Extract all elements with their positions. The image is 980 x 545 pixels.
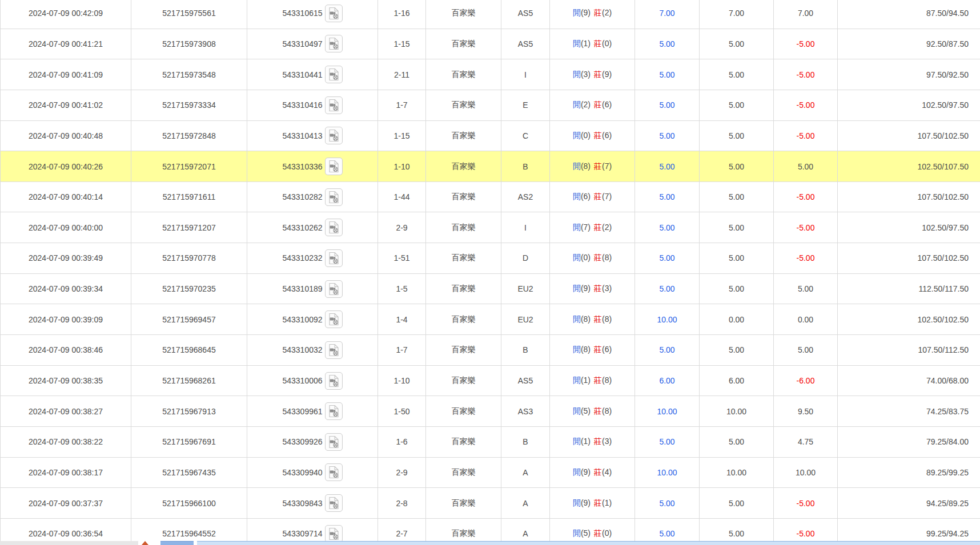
- round-id: 543310092: [282, 315, 322, 324]
- game-type-cell: 百家樂: [426, 457, 501, 488]
- player-score: (0): [581, 253, 591, 262]
- video-replay-button[interactable]: [325, 341, 343, 359]
- bet-record-row[interactable]: 2024-07-09 00:41:02 521715973334 5433104…: [1, 90, 980, 120]
- bet-record-row[interactable]: 2024-07-09 00:38:17 521715967435 5433099…: [1, 457, 980, 488]
- bet-amount-link[interactable]: 10.00: [657, 468, 677, 477]
- user-bet-id-cell: 521715968645: [131, 335, 247, 366]
- bet-amount-link[interactable]: 10.00: [657, 315, 677, 324]
- bet-record-row[interactable]: 2024-07-09 00:40:14 521715971611 5433102…: [1, 181, 980, 212]
- bet-amount-link[interactable]: 5.00: [659, 70, 674, 79]
- bet-amount-link[interactable]: 5.00: [659, 100, 674, 110]
- user-bet-id-cell: 521715972071: [131, 151, 247, 182]
- bet-amount-link[interactable]: 5.00: [659, 437, 674, 446]
- bet-amount-cell: 5.00: [635, 120, 700, 151]
- bet-amount-link[interactable]: 6.00: [659, 376, 674, 385]
- banker-score: (8): [602, 406, 612, 415]
- video-file-icon: [328, 191, 340, 204]
- bet-record-row[interactable]: 2024-07-09 00:39:09 521715969457 5433100…: [1, 304, 980, 335]
- bet-record-row[interactable]: 2024-07-09 00:41:09 521715973548 5433104…: [1, 59, 980, 90]
- bet-record-row[interactable]: 2024-07-09 00:39:49 521715970778 5433102…: [1, 243, 980, 274]
- player-score: (9): [581, 284, 591, 293]
- player-score: (9): [581, 467, 591, 477]
- scrollbar-track[interactable]: [197, 541, 980, 545]
- video-replay-button[interactable]: [325, 463, 343, 481]
- bet-amount-link[interactable]: 5.00: [659, 345, 674, 354]
- bet-time-cell: 2024-07-09 00:39:34: [1, 273, 131, 304]
- round-id: 543309714: [282, 529, 322, 538]
- video-replay-button[interactable]: [325, 127, 343, 144]
- banker-score: (0): [602, 528, 612, 538]
- player-score: (5): [581, 406, 591, 415]
- bet-amount-link[interactable]: 5.00: [659, 131, 674, 140]
- valid-bet-cell: 5.00: [700, 59, 774, 90]
- bet-amount-link[interactable]: 10.00: [657, 407, 677, 416]
- table-code-cell: I: [501, 212, 550, 243]
- bet-record-row[interactable]: 2024-07-09 00:42:09 521715975561 5433106…: [1, 0, 980, 29]
- bet-amount-link[interactable]: 7.00: [659, 9, 674, 18]
- bet-amount-link[interactable]: 5.00: [659, 253, 674, 263]
- bet-amount-link[interactable]: 5.00: [659, 39, 674, 49]
- table-round-cell: 1-5: [378, 273, 426, 304]
- valid-bet-cell: 0.00: [700, 304, 774, 335]
- bet-record-row[interactable]: 2024-07-09 00:38:22 521715967691 5433099…: [1, 426, 980, 457]
- result-cell: 閒(0)莊(6): [550, 120, 635, 151]
- video-replay-button[interactable]: [325, 66, 343, 83]
- game-type-cell: 百家樂: [426, 335, 501, 366]
- bet-record-row[interactable]: 2024-07-09 00:38:35 521715968261 5433100…: [1, 365, 980, 396]
- video-replay-button[interactable]: [325, 35, 343, 53]
- round-id: 543310615: [282, 9, 322, 18]
- bet-time-cell: 2024-07-09 00:38:22: [1, 426, 131, 457]
- video-replay-button[interactable]: [325, 5, 343, 22]
- video-file-icon: [328, 221, 340, 234]
- video-replay-button[interactable]: [325, 188, 343, 206]
- video-replay-button[interactable]: [325, 219, 343, 236]
- table-code-cell: AS3: [501, 396, 550, 427]
- video-replay-button[interactable]: [325, 96, 343, 114]
- bet-amount-link[interactable]: 5.00: [659, 162, 674, 171]
- bet-record-row[interactable]: 2024-07-09 00:39:34 521715970235 5433101…: [1, 273, 980, 304]
- video-replay-button[interactable]: [325, 372, 343, 390]
- user-bet-id-cell: 521715973334: [131, 90, 247, 120]
- table-code-cell: E: [501, 90, 550, 120]
- bet-record-row[interactable]: 2024-07-09 00:38:46 521715968645 5433100…: [1, 335, 980, 366]
- video-replay-button[interactable]: [325, 494, 343, 512]
- scrollbar-thumb[interactable]: [160, 541, 194, 545]
- round-cell: 543309843: [247, 488, 378, 519]
- bet-record-row[interactable]: 2024-07-09 00:40:48 521715972848 5433104…: [1, 120, 980, 151]
- round-cell: 543309961: [247, 396, 378, 427]
- video-replay-button[interactable]: [325, 158, 343, 175]
- video-replay-button[interactable]: [325, 402, 343, 420]
- round-id: 543309940: [282, 468, 322, 477]
- round-cell: 543310416: [247, 90, 378, 120]
- bet-record-row[interactable]: 2024-07-09 00:40:26 521715972071 5433103…: [1, 151, 980, 182]
- round-cell: 543310615: [247, 0, 378, 29]
- bet-time-cell: 2024-07-09 00:42:09: [1, 0, 131, 29]
- bet-amount-link[interactable]: 5.00: [659, 499, 674, 508]
- bet-record-row[interactable]: 2024-07-09 00:41:21 521715973908 5433104…: [1, 29, 980, 59]
- bet-amount-link[interactable]: 5.00: [659, 284, 674, 293]
- video-file-icon: [328, 37, 340, 50]
- video-replay-button[interactable]: [325, 249, 343, 267]
- horizontal-scrollbar[interactable]: [0, 541, 980, 545]
- game-type-cell: 百家樂: [426, 243, 501, 274]
- bet-amount-link[interactable]: 5.00: [659, 529, 674, 538]
- video-replay-button[interactable]: [325, 280, 343, 298]
- valid-bet-cell: 10.00: [700, 457, 774, 488]
- player-score: (9): [581, 498, 591, 507]
- bet-amount-link[interactable]: 5.00: [659, 223, 674, 232]
- video-replay-button[interactable]: [325, 310, 343, 328]
- video-replay-button[interactable]: [325, 525, 343, 543]
- win-loss-cell: 0.00: [774, 304, 838, 335]
- video-file-icon: [328, 527, 340, 540]
- table-code-cell: A: [501, 457, 550, 488]
- round-cell: 543310006: [247, 365, 378, 396]
- bet-record-row[interactable]: 2024-07-09 00:38:27 521715967913 5433099…: [1, 396, 980, 427]
- video-replay-button[interactable]: [325, 433, 343, 451]
- player-score: (8): [581, 314, 591, 324]
- bet-record-row[interactable]: 2024-07-09 00:37:37 521715966100 5433098…: [1, 488, 980, 519]
- round-id: 543310282: [282, 192, 322, 201]
- bet-amount-link[interactable]: 5.00: [659, 192, 674, 201]
- banker-label: 莊: [594, 223, 602, 232]
- bet-record-row[interactable]: 2024-07-09 00:40:00 521715971207 5433102…: [1, 212, 980, 243]
- banker-score: (0): [602, 39, 612, 48]
